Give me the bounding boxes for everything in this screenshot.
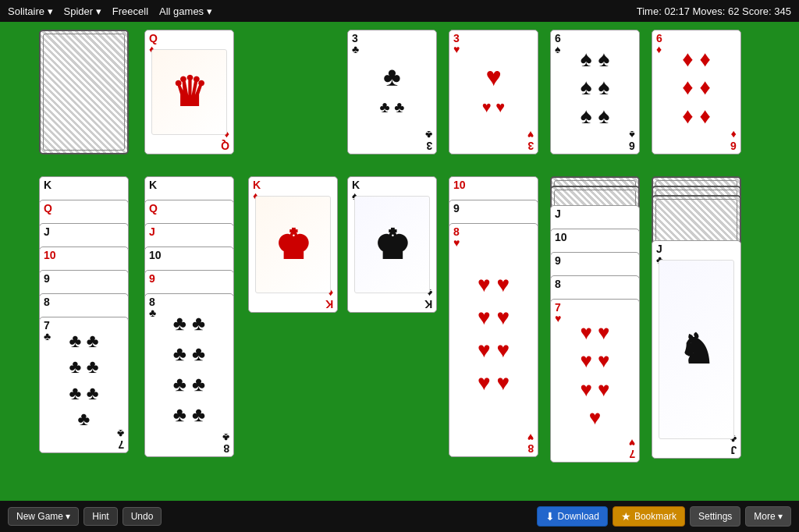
rank-label-br: 6♦ xyxy=(730,129,737,151)
rank-label-br: 3♥ xyxy=(527,129,534,151)
col5-8hearts[interactable]: 8♥ 8♥ ♥ ♥♥ ♥♥ ♥♥ ♥ xyxy=(449,223,538,457)
bookmark-label: Bookmark xyxy=(634,511,676,522)
suit-clubs-center: ♣ ♣♣ ♣♣ ♣♣ xyxy=(69,328,98,432)
nav-freecell[interactable]: Freecell xyxy=(112,5,148,17)
rank-label: 6♠ xyxy=(555,33,561,55)
nav-spider[interactable]: Spider ▾ xyxy=(64,5,101,17)
bottom-bar: New Game ▾ Hint Undo ⬇ Download ★ Bookma… xyxy=(0,501,799,532)
col4-k-spades[interactable]: K♠ K♠ ♚ xyxy=(347,176,437,313)
settings-button[interactable]: Settings xyxy=(690,506,740,527)
game-area: Q♦ Q♦ ♛ 3♣ 3♣ ♣♣ ♣ 3♥ 3♥ ♥♥ ♥ 6♠ 6♠ ♠ ♠♠… xyxy=(0,22,799,501)
top-card-q-diamonds[interactable]: Q♦ Q♦ ♛ xyxy=(144,30,234,154)
suit-center: ♥♥ ♥ xyxy=(482,63,505,116)
nav-items: Solitaire ▾ Spider ▾ Freecell All games … xyxy=(8,5,637,17)
rank-label-br: 3♣ xyxy=(425,129,432,151)
bookmark-button[interactable]: ★ Bookmark xyxy=(613,506,685,527)
suit-hearts-center: ♥ ♥♥ ♥♥ ♥♥ xyxy=(580,318,609,432)
nav-all-games[interactable]: All games ▾ xyxy=(159,5,212,17)
right-buttons: ⬇ Download ★ Bookmark Settings More ▾ xyxy=(537,506,791,527)
suit-hearts-center: ♥ ♥♥ ♥♥ ♥♥ ♥ xyxy=(478,268,510,399)
suit-center: ♣♣ ♣ xyxy=(380,63,405,116)
left-buttons: New Game ▾ Hint Undo xyxy=(8,507,162,526)
col7-j-clubs[interactable]: J♣ J♣ ♞ xyxy=(652,240,741,459)
top-card-3-clubs[interactable]: 3♣ 3♣ ♣♣ ♣ xyxy=(347,30,437,154)
nav-solitaire[interactable]: Solitaire ▾ xyxy=(8,5,53,17)
download-label: Download xyxy=(558,511,599,522)
rank-label: 3♣ xyxy=(352,33,359,55)
king-face: ♚ xyxy=(354,196,430,293)
hint-button[interactable]: Hint xyxy=(83,507,117,526)
rank-label: 6♦ xyxy=(656,33,662,55)
download-button[interactable]: ⬇ Download xyxy=(537,506,608,527)
top-card-6-spades[interactable]: 6♠ 6♠ ♠ ♠♠ ♠♠ ♠ xyxy=(550,30,640,154)
rank-label: 3♥ xyxy=(453,33,460,55)
col6-7hearts[interactable]: 7♥ 7♥ ♥ ♥♥ ♥♥ ♥♥ xyxy=(550,299,640,463)
top-card-6-diamonds[interactable]: 6♦ 6♦ ♦ ♦♦ ♦♦ ♦ xyxy=(652,30,741,154)
suit-clubs-center: ♣ ♣♣ ♣♣ ♣♣ ♣ xyxy=(173,308,205,430)
queen-face: ♛ xyxy=(151,49,227,135)
download-icon: ⬇ xyxy=(545,510,555,523)
new-game-button[interactable]: New Game ▾ xyxy=(8,507,79,526)
col2-8clubs[interactable]: 8♣ 8♣ ♣ ♣♣ ♣♣ ♣♣ ♣ xyxy=(144,293,234,457)
top-nav: Solitaire ▾ Spider ▾ Freecell All games … xyxy=(0,0,799,22)
jack-face: ♞ xyxy=(659,260,734,439)
rank-label-br: 6♠ xyxy=(629,129,635,151)
more-button[interactable]: More ▾ xyxy=(745,506,791,527)
king-face: ♚ xyxy=(255,196,331,293)
top-card-3-hearts[interactable]: 3♥ 3♥ ♥♥ ♥ xyxy=(449,30,538,154)
game-stats: Time: 02:17 Moves: 62 Score: 345 xyxy=(637,5,791,17)
suit-center: ♠ ♠♠ ♠♠ ♠ xyxy=(581,45,610,130)
star-icon: ★ xyxy=(621,510,631,523)
col1-7clubs[interactable]: 7♣ 7♣ ♣ ♣♣ ♣♣ ♣♣ xyxy=(39,317,129,453)
stock-pile[interactable] xyxy=(39,30,129,154)
suit-center: ♦ ♦♦ ♦♦ ♦ xyxy=(682,45,710,130)
undo-button[interactable]: Undo xyxy=(123,507,162,526)
col3-k-diamonds[interactable]: K♦ K♦ ♚ xyxy=(248,176,338,313)
